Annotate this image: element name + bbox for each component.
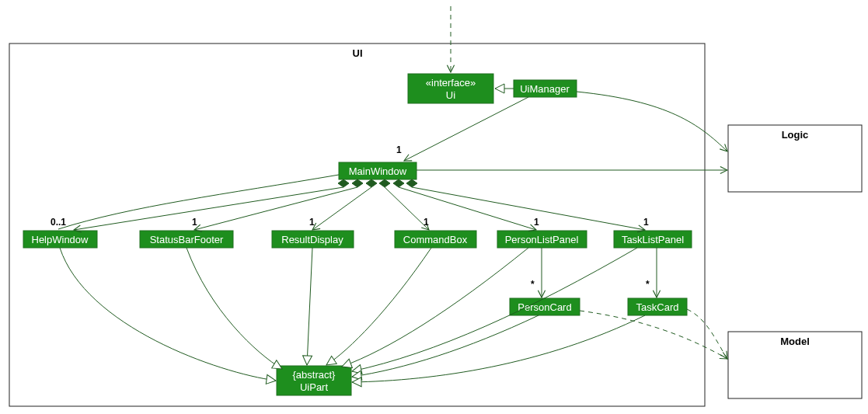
node-helpwindow-name: HelpWindow bbox=[32, 234, 89, 245]
node-statusbar: StatusBarFooter bbox=[140, 231, 233, 248]
edge-mw-result bbox=[312, 187, 371, 230]
edge-uimanager-to-mainwindow bbox=[404, 97, 528, 161]
node-uipart: {abstract} UiPart bbox=[277, 366, 351, 395]
node-commandbox-name: CommandBox bbox=[403, 234, 468, 245]
mult-mainwindow: 1 bbox=[396, 144, 402, 155]
node-uimanager: UiManager bbox=[514, 80, 577, 97]
node-statusbar-name: StatusBarFooter bbox=[150, 234, 224, 245]
node-personlistpanel-name: PersonListPanel bbox=[505, 234, 579, 245]
edge-tcard-to-uipart bbox=[352, 315, 645, 382]
node-ui-name: Ui bbox=[446, 89, 455, 101]
edge-pcard-to-uipart bbox=[352, 315, 539, 377]
node-uimanager-name: UiManager bbox=[520, 83, 570, 95]
node-mainwindow: MainWindow bbox=[339, 162, 417, 179]
node-mainwindow-name: MainWindow bbox=[349, 165, 407, 177]
edge-mw-status bbox=[194, 187, 357, 230]
node-personcard: PersonCard bbox=[510, 298, 580, 315]
node-helpwindow: HelpWindow bbox=[23, 231, 97, 248]
edge-tlist-to-uipart bbox=[352, 248, 637, 371]
node-tasklistpanel-name: TaskListPanel bbox=[622, 234, 684, 245]
package-ui bbox=[9, 43, 705, 406]
edge-mw-to-uipart-shoulder bbox=[58, 175, 339, 229]
edge-mw-help bbox=[74, 187, 343, 230]
node-resultdisplay-name: ResultDisplay bbox=[281, 234, 343, 245]
mult-pcard: * bbox=[531, 279, 535, 290]
edge-plist-to-uipart bbox=[342, 248, 528, 367]
node-uipart-stereotype: {abstract} bbox=[293, 369, 336, 381]
package-logic-title: Logic bbox=[782, 129, 809, 141]
mult-cmd: 1 bbox=[424, 217, 429, 228]
edge-help-to-uipart bbox=[60, 248, 276, 381]
uml-class-diagram: UI Logic Model «interface» Ui UiManager … bbox=[0, 0, 868, 414]
node-personlistpanel: PersonListPanel bbox=[497, 231, 587, 248]
mult-status: 1 bbox=[192, 217, 197, 228]
node-ui-interface: «interface» Ui bbox=[408, 74, 493, 103]
mult-tlist: 1 bbox=[643, 217, 649, 228]
mult-help: 0..1 bbox=[51, 217, 66, 228]
mult-tcard: * bbox=[646, 279, 650, 290]
node-tasklistpanel: TaskListPanel bbox=[614, 231, 692, 248]
edge-mw-tlist bbox=[412, 187, 645, 230]
mult-result: 1 bbox=[309, 217, 315, 228]
node-commandbox: CommandBox bbox=[395, 231, 476, 248]
package-model-title: Model bbox=[780, 336, 810, 347]
mult-plist: 1 bbox=[534, 217, 539, 228]
edge-taskcard-to-model bbox=[687, 309, 727, 359]
composition-diamonds bbox=[338, 179, 417, 187]
node-uipart-name: UiPart bbox=[300, 381, 329, 393]
edge-status-to-uipart bbox=[186, 248, 282, 369]
edge-result-to-uipart bbox=[307, 248, 312, 365]
edge-cmd-to-uipart bbox=[326, 248, 431, 365]
node-resultdisplay: ResultDisplay bbox=[272, 231, 354, 248]
package-ui-title: UI bbox=[353, 47, 363, 59]
edge-mw-plist bbox=[399, 187, 536, 230]
edge-mw-cmd bbox=[385, 187, 429, 230]
node-ui-stereotype: «interface» bbox=[426, 77, 476, 89]
node-taskcard-name: TaskCard bbox=[636, 301, 679, 313]
node-taskcard: TaskCard bbox=[628, 298, 687, 315]
